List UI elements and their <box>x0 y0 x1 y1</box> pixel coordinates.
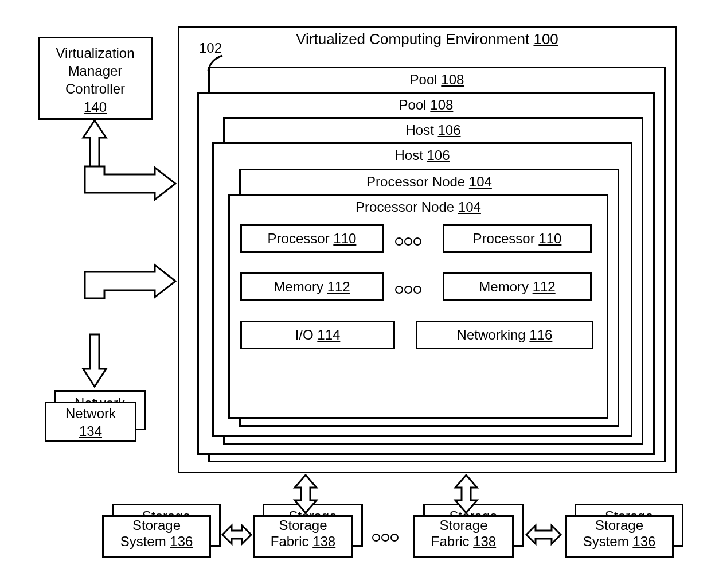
svg-marker-4 <box>295 475 317 513</box>
memory-ellipsis <box>394 280 422 298</box>
pnode-front-title: Processor Node 104 <box>230 196 607 216</box>
arrow-controller-down <box>80 334 109 388</box>
arrow-controller-up <box>80 120 109 171</box>
svg-marker-7 <box>526 525 561 544</box>
pool-back-title: Pool 108 <box>210 68 664 88</box>
processor-left-box: Processor 110 <box>240 224 384 253</box>
svg-marker-2 <box>85 265 175 298</box>
processor-ellipsis <box>394 232 422 250</box>
svg-marker-1 <box>85 166 175 200</box>
host-back-title: Host 106 <box>225 119 642 139</box>
arrow-env-to-fabric-left <box>292 475 319 513</box>
environment-title: Virtualized Computing Environment 100 <box>179 28 675 49</box>
svg-marker-5 <box>455 475 477 513</box>
arrow-storage-right <box>526 523 561 546</box>
svg-marker-0 <box>83 120 106 170</box>
storage-fabric-left-front: Storage Fabric 138 <box>253 515 353 558</box>
arrow-storage-left <box>222 523 251 546</box>
arrow-to-environment-bottom <box>85 264 177 298</box>
callout-102: 102 <box>199 40 222 56</box>
memory-right-box: Memory 112 <box>443 272 592 301</box>
controller-box: Virtualization Manager Controller140 <box>38 37 153 120</box>
storage-system-right-front: Storage System 136 <box>565 515 674 558</box>
pool-front-title: Pool 108 <box>199 94 653 114</box>
io-box: I/O 114 <box>240 321 395 349</box>
arrow-env-to-fabric-right <box>453 475 479 513</box>
network-box-front: Network134 <box>45 402 136 442</box>
svg-marker-6 <box>222 525 251 544</box>
processor-right-box: Processor 110 <box>443 224 592 253</box>
networking-box: Networking 116 <box>416 321 593 349</box>
host-front-title: Host 106 <box>214 144 631 164</box>
svg-marker-3 <box>83 334 106 387</box>
arrow-to-environment-top <box>85 166 177 201</box>
storage-system-left-front: Storage System 136 <box>102 515 211 558</box>
memory-left-box: Memory 112 <box>240 272 384 301</box>
controller-label: Virtualization Manager Controller140 <box>40 42 151 116</box>
storage-fabric-ellipsis <box>372 528 399 546</box>
pnode-back-title: Processor Node 104 <box>241 170 618 190</box>
storage-fabric-right-front: Storage Fabric 138 <box>413 515 514 558</box>
